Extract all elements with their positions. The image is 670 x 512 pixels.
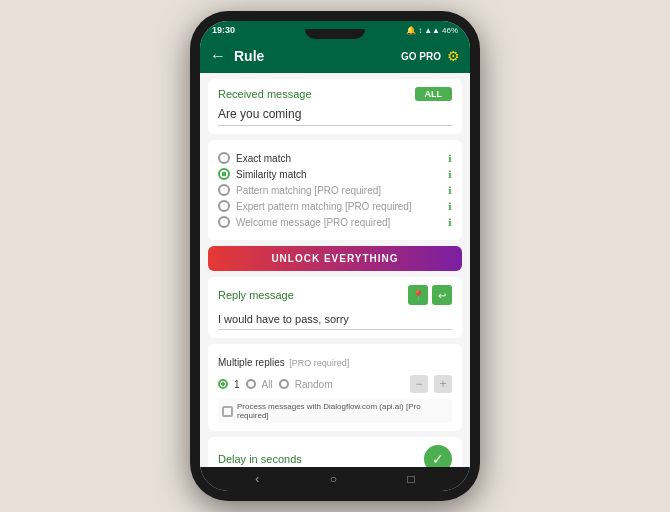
- minus-button[interactable]: −: [410, 375, 428, 393]
- multiple-replies-subtitle: [PRO required]: [289, 358, 349, 368]
- reply-icon-button[interactable]: ↩: [432, 285, 452, 305]
- multiple-replies-card: Multiple replies [PRO required] 1 All Ra…: [208, 344, 462, 431]
- similarity-match-option[interactable]: Similarity match ℹ: [218, 168, 452, 180]
- exact-match-option[interactable]: Exact match ℹ: [218, 152, 452, 164]
- received-message-input[interactable]: [218, 103, 452, 126]
- exact-match-radio[interactable]: [218, 152, 230, 164]
- nav-bar: ‹ ○ □: [200, 467, 470, 491]
- nav-back-icon[interactable]: ‹: [255, 472, 259, 486]
- phone-frame: 19:30 🔔 ↕ ▲▲ 46% ← Rule GO PRO ⚙ Receive…: [190, 11, 480, 501]
- expert-match-radio[interactable]: [218, 200, 230, 212]
- match-options-card: Exact match ℹ Similarity match ℹ Pattern…: [208, 140, 462, 240]
- pattern-match-label: Pattern matching [PRO required]: [236, 185, 381, 196]
- check-icon: ✓: [432, 451, 444, 467]
- multiple-replies-controls: 1 All Random − +: [218, 375, 452, 393]
- reply-message-card: Reply message 📍 ↩: [208, 277, 462, 338]
- reply-message-label: Reply message: [218, 289, 294, 301]
- expert-match-info-icon[interactable]: ℹ: [448, 201, 452, 212]
- gear-icon[interactable]: ⚙: [447, 48, 460, 64]
- phone-screen: 19:30 🔔 ↕ ▲▲ 46% ← Rule GO PRO ⚙ Receive…: [200, 21, 470, 491]
- delay-check-button[interactable]: ✓: [424, 445, 452, 467]
- process-messages-row: Process messages with Dialogflow.com (ap…: [218, 399, 452, 423]
- received-message-header: Received message ALL: [218, 87, 452, 101]
- similarity-match-info-icon[interactable]: ℹ: [448, 169, 452, 180]
- welcome-match-label: Welcome message [PRO required]: [236, 217, 390, 228]
- unlock-button[interactable]: UNLOCK EVERYTHING: [208, 246, 462, 271]
- welcome-match-option[interactable]: Welcome message [PRO required] ℹ: [218, 216, 452, 228]
- expert-match-label: Expert pattern matching [PRO required]: [236, 201, 412, 212]
- received-message-card: Received message ALL: [208, 79, 462, 134]
- random-label: Random: [295, 379, 333, 390]
- delay-in-seconds-card: Delay in seconds ✓: [208, 437, 462, 467]
- data-icon: ↕: [418, 26, 422, 35]
- welcome-match-info-icon[interactable]: ℹ: [448, 217, 452, 228]
- notification-icon: 🔔: [406, 26, 416, 35]
- pattern-match-option[interactable]: Pattern matching [PRO required] ℹ: [218, 184, 452, 196]
- similarity-match-label: Similarity match: [236, 169, 307, 180]
- reply-message-input[interactable]: [218, 309, 452, 330]
- back-button[interactable]: ←: [210, 47, 226, 65]
- similarity-match-radio[interactable]: [218, 168, 230, 180]
- status-time: 19:30: [212, 25, 235, 35]
- multiple-replies-title: Multiple replies [PRO required]: [218, 352, 452, 370]
- welcome-match-radio[interactable]: [218, 216, 230, 228]
- toolbar: ← Rule GO PRO ⚙: [200, 39, 470, 73]
- scroll-content: Received message ALL Exact match ℹ Simil…: [200, 73, 470, 467]
- location-icon-button[interactable]: 📍: [408, 285, 428, 305]
- location-icon: 📍: [412, 290, 424, 301]
- process-messages-checkbox[interactable]: [222, 406, 233, 417]
- count-value: 1: [234, 379, 240, 390]
- delay-in-seconds-label: Delay in seconds: [218, 453, 302, 465]
- pattern-match-info-icon[interactable]: ℹ: [448, 185, 452, 196]
- notch: [305, 29, 365, 39]
- all-replies-label: All: [262, 379, 273, 390]
- process-messages-text: Process messages with Dialogflow.com (ap…: [237, 402, 448, 420]
- random-radio[interactable]: [279, 379, 289, 389]
- reply-icon-group: 📍 ↩: [408, 285, 452, 305]
- nav-home-icon[interactable]: ○: [330, 472, 337, 486]
- pattern-match-radio[interactable]: [218, 184, 230, 196]
- status-icons: 🔔 ↕ ▲▲ 46%: [406, 26, 458, 35]
- all-button[interactable]: ALL: [415, 87, 453, 101]
- reply-message-header: Reply message 📍 ↩: [218, 285, 452, 305]
- received-message-label: Received message: [218, 88, 312, 100]
- count-radio[interactable]: [218, 379, 228, 389]
- all-radio[interactable]: [246, 379, 256, 389]
- exact-match-info-icon[interactable]: ℹ: [448, 153, 452, 164]
- nav-recent-icon[interactable]: □: [408, 472, 415, 486]
- battery-icon: 46%: [442, 26, 458, 35]
- multiple-replies-label: Multiple replies: [218, 357, 285, 368]
- exact-match-label: Exact match: [236, 153, 291, 164]
- expert-match-option[interactable]: Expert pattern matching [PRO required] ℹ: [218, 200, 452, 212]
- reply-arrow-icon: ↩: [438, 290, 446, 301]
- gopro-button[interactable]: GO PRO: [401, 51, 441, 62]
- signal-icon: ▲▲: [424, 26, 440, 35]
- plus-button[interactable]: +: [434, 375, 452, 393]
- toolbar-title: Rule: [234, 48, 401, 64]
